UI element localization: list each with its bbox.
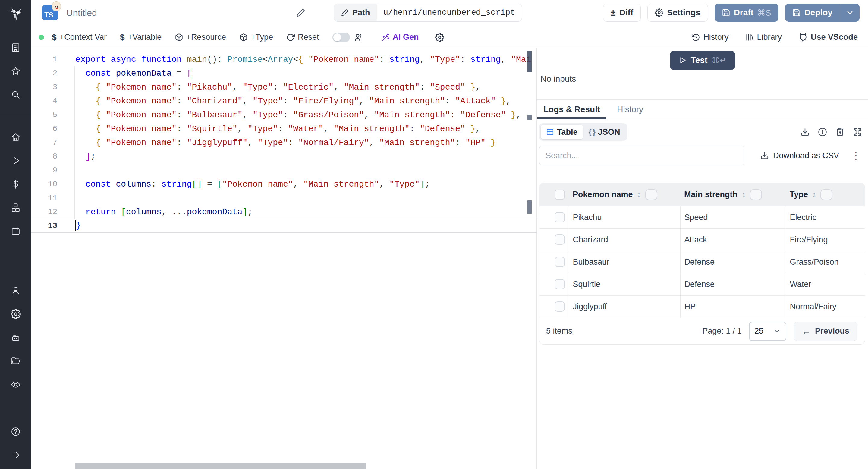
variables-dollar-icon[interactable] (6, 175, 25, 194)
folders-icon[interactable] (6, 351, 25, 371)
table-footer: 5 items Page: 1 / 1 25 ← Previous (539, 318, 865, 344)
code-line[interactable]: 9 (31, 163, 536, 177)
line-number: 4 (31, 96, 57, 105)
history-button[interactable]: History (692, 33, 728, 42)
audit-eye-icon[interactable] (6, 375, 25, 394)
column-header[interactable]: Main strength (684, 190, 738, 199)
select-all-checkbox[interactable] (555, 190, 565, 200)
windmill-logo-icon[interactable] (8, 5, 24, 22)
package-icon (239, 33, 248, 41)
library-button[interactable]: Library (745, 33, 782, 42)
use-vscode-button[interactable]: Use VScode (799, 33, 858, 42)
add-variable-button[interactable]: $ +Variable (120, 33, 161, 42)
code-line[interactable]: 7 { "Pokemon name": "Jigglypuff", "Type"… (31, 136, 536, 150)
table-row[interactable]: BulbasaurDefenseGrass/Poison (539, 251, 865, 273)
column-filter-pill[interactable] (645, 189, 657, 200)
help-icon[interactable] (6, 422, 25, 441)
sort-icon[interactable]: ↕ (812, 190, 816, 199)
tab-history[interactable]: History (611, 100, 649, 119)
view-switcher: Table { } JSON (539, 123, 627, 141)
page-size-select[interactable]: 25 (749, 322, 786, 341)
status-dot (38, 35, 44, 40)
sort-icon[interactable]: ↕ (637, 190, 641, 199)
edit-summary-pencil-icon[interactable] (296, 8, 306, 19)
row-checkbox[interactable] (555, 212, 565, 222)
row-checkbox[interactable] (555, 257, 565, 267)
previous-page-button[interactable]: ← Previous (794, 322, 858, 341)
view-json-button[interactable]: { } JSON (583, 125, 626, 139)
collaborators-icon[interactable] (354, 33, 363, 42)
path-value[interactable]: u/henri/unencumbered_script (377, 4, 522, 22)
code-editor[interactable]: 1export async function main(): Promise<A… (31, 48, 536, 469)
editor-horizontal-scrollbar[interactable] (75, 463, 366, 469)
table-icon (546, 128, 554, 136)
deploy-options-button[interactable] (840, 4, 860, 22)
code-line[interactable]: 3 { "Pokemon name": "Pikachu", "Type": "… (31, 80, 536, 94)
path-button[interactable]: Path (334, 4, 377, 22)
settings-gear-icon[interactable] (6, 305, 25, 324)
code-lines[interactable]: 1export async function main(): Promise<A… (31, 53, 536, 233)
row-checkbox[interactable] (555, 302, 565, 312)
table-cell: Defense (680, 273, 786, 295)
code-line[interactable]: 11 (31, 191, 536, 205)
code-line[interactable]: 1export async function main(): Promise<A… (31, 53, 536, 66)
editor-settings-gear-icon[interactable] (435, 33, 444, 42)
code-line[interactable]: 4 { "Pokemon name": "Charizard", "Type":… (31, 94, 536, 108)
editor-vertical-scrollbar[interactable] (527, 51, 532, 72)
dollar-icon: $ (120, 33, 125, 42)
resources-cubes-icon[interactable] (6, 198, 25, 217)
search-icon[interactable] (6, 85, 25, 104)
user-icon[interactable] (6, 281, 25, 300)
view-table-button[interactable]: Table (541, 125, 583, 139)
download-result-icon[interactable] (801, 127, 809, 136)
table-options-kebab-icon[interactable]: ⋮ (851, 150, 861, 161)
table-row[interactable]: JigglypuffHPNormal/Fairy (539, 295, 865, 318)
column-filter-pill[interactable] (750, 189, 762, 200)
column-header[interactable]: Pokemon name (572, 190, 633, 199)
expand-icon[interactable] (853, 127, 862, 136)
draft-button[interactable]: Draft ⌘S (715, 4, 778, 22)
schedules-calendar-icon[interactable] (6, 222, 25, 241)
favorites-star-icon[interactable] (6, 61, 25, 81)
table-row[interactable]: SquirtleDefenseWater (539, 273, 865, 295)
settings-button[interactable]: Settings (647, 4, 708, 22)
ai-gen-button[interactable]: AI Gen (381, 33, 419, 42)
app-window: TS Untitled Path u/henri/unencumbered_sc… (0, 0, 868, 469)
column-header[interactable]: Type (789, 190, 808, 199)
path-editor[interactable]: Path u/henri/unencumbered_script (334, 4, 522, 22)
info-icon[interactable] (818, 127, 827, 136)
row-checkbox[interactable] (555, 279, 565, 289)
code-line[interactable]: 2 const pokemonData = [ (31, 66, 536, 80)
download-icon (761, 151, 769, 160)
deploy-button[interactable]: Deploy (785, 4, 840, 22)
runs-play-icon[interactable] (6, 151, 25, 170)
diff-button[interactable]: ± Diff (603, 4, 641, 22)
add-resource-button[interactable]: +Resource (175, 33, 226, 42)
search-input[interactable] (539, 146, 744, 165)
tab-logs-result[interactable]: Logs & Result (537, 100, 606, 119)
add-type-button[interactable]: +Type (239, 33, 273, 42)
code-line[interactable]: 6 { "Pokemon name": "Squirtle", "Type": … (31, 122, 536, 136)
table-cell: Speed (680, 206, 786, 228)
code-line[interactable]: 13} (31, 219, 536, 233)
code-line[interactable]: 8 ]; (31, 150, 536, 163)
code-line[interactable]: 10 const columns: string[] = ["Pokemon n… (31, 177, 536, 191)
code-text: } (57, 220, 81, 231)
download-csv-button[interactable]: Download as CSV (761, 151, 839, 160)
workers-robot-icon[interactable] (6, 328, 25, 347)
copy-result-icon[interactable] (835, 127, 844, 136)
code-line[interactable]: 12 return [columns, ...pokemonData]; (31, 205, 536, 219)
multiplayer-toggle[interactable] (333, 33, 350, 42)
home-icon[interactable] (6, 127, 25, 147)
workspace-building-icon[interactable] (6, 38, 25, 57)
reset-button[interactable]: Reset (286, 33, 319, 42)
add-context-var-button[interactable]: $ +Context Var (52, 33, 107, 42)
table-row[interactable]: CharizardAttackFire/Flying (539, 228, 865, 251)
code-line[interactable]: 5 { "Pokemon name": "Bulbasaur", "Type":… (31, 108, 536, 122)
test-button[interactable]: Test ⌘↵ (670, 51, 735, 70)
row-checkbox[interactable] (555, 234, 565, 245)
table-row[interactable]: PikachuSpeedElectric (539, 206, 865, 228)
column-filter-pill[interactable] (820, 189, 832, 200)
sort-icon[interactable]: ↕ (742, 190, 746, 199)
expand-sidebar-arrow-icon[interactable] (6, 445, 25, 465)
